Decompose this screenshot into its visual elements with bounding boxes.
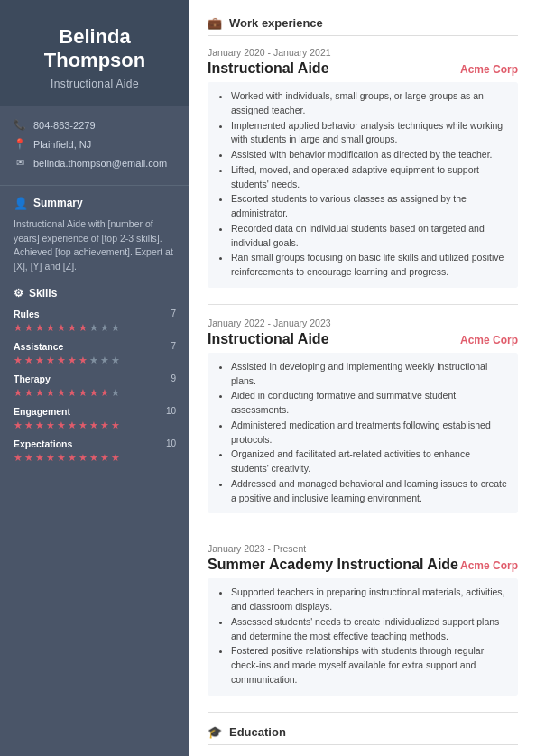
skill-name: Assistance [14, 341, 63, 352]
phone-contact: 📞 804-863-2279 [14, 119, 176, 132]
star-filled: ★ [14, 452, 23, 464]
candidate-name: Belinda Thompson [14, 25, 176, 73]
star-filled: ★ [68, 322, 77, 334]
email-contact: ✉ belinda.thompson@email.com [14, 157, 176, 170]
star-filled: ★ [57, 452, 66, 464]
main-content: 💼 Work experience January 2020 - January… [189, 0, 536, 756]
skill-item: Assistance 7 ★★★★★★★★★★ [14, 341, 176, 366]
star-filled: ★ [79, 452, 88, 464]
job-details: Assisted in developing and implementing … [208, 353, 518, 514]
location-contact: 📍 Plainfield, NJ [14, 138, 176, 151]
bullet-item: Assessed students' needs to create indiv… [231, 615, 509, 644]
star-filled: ★ [35, 355, 44, 366]
star-filled: ★ [79, 322, 88, 334]
location-text: Plainfield, NJ [33, 139, 91, 150]
star-filled: ★ [68, 387, 77, 399]
bullet-item: Addressed and managed behavioral and lea… [231, 477, 509, 506]
star-filled: ★ [46, 452, 55, 464]
person-icon: 👤 [14, 197, 28, 210]
skill-stars: ★★★★★★★★★★ [14, 387, 176, 399]
star-filled: ★ [100, 419, 109, 431]
summary-section: 👤 Summary Instructional Aide with [numbe… [0, 186, 189, 280]
job-date: January 2020 - January 2021 [208, 47, 518, 58]
skill-item: Therapy 9 ★★★★★★★★★★ [14, 373, 176, 399]
bullet-item: Implemented applied behavior analysis te… [231, 119, 509, 148]
star-filled: ★ [46, 387, 55, 399]
job-date: January 2022 - January 2023 [208, 318, 518, 328]
skill-name: Expectations [14, 438, 72, 449]
star-filled: ★ [79, 419, 88, 431]
bullet-item: Organized and facilitated art-related ac… [231, 447, 509, 476]
skill-name: Engagement [14, 406, 70, 417]
star-filled: ★ [24, 387, 33, 399]
skill-name: Therapy [14, 373, 51, 384]
star-filled: ★ [14, 419, 23, 431]
star-filled: ★ [35, 387, 44, 399]
star-filled: ★ [24, 355, 33, 366]
star-filled: ★ [46, 322, 55, 334]
star-filled: ★ [89, 419, 98, 431]
star-empty: ★ [89, 355, 98, 366]
star-filled: ★ [35, 452, 44, 464]
skill-stars: ★★★★★★★★★★ [14, 322, 176, 334]
job-company: Acme Corp [460, 334, 518, 346]
briefcase-icon: 💼 [208, 16, 222, 30]
job-bullets: Worked with individuals, small groups, o… [220, 89, 509, 280]
job-title: Instructional Aide [208, 331, 329, 347]
skill-item: Expectations 10 ★★★★★★★★★★ [14, 438, 176, 464]
skill-stars: ★★★★★★★★★★ [14, 355, 176, 366]
bullet-item: Aided in conducting formative and summat… [231, 389, 509, 418]
work-experience-header: 💼 Work experience [208, 16, 518, 36]
skills-heading: ⚙ Skills [14, 287, 176, 300]
summary-heading: 👤 Summary [14, 197, 176, 210]
star-empty: ★ [100, 322, 109, 334]
star-empty: ★ [111, 322, 120, 334]
work-experience-title: Work experience [229, 16, 323, 30]
star-filled: ★ [24, 322, 33, 334]
skills-section: ⚙ Skills Rules 7 ★★★★★★★★★★ Assistance 7… [0, 280, 189, 476]
skill-item: Rules 7 ★★★★★★★★★★ [14, 309, 176, 334]
bullet-item: Worked with individuals, small groups, o… [231, 89, 509, 118]
job-company: Acme Corp [460, 63, 518, 76]
skill-score: 7 [171, 341, 176, 351]
job-entry: January 2022 - January 2023 Instructiona… [208, 318, 518, 514]
star-empty: ★ [111, 355, 120, 366]
star-filled: ★ [111, 452, 120, 464]
star-filled: ★ [68, 355, 77, 366]
star-filled: ★ [57, 387, 66, 399]
sidebar: Belinda Thompson Instructional Aide 📞 80… [0, 0, 189, 756]
job-bullets: Supported teachers in preparing instruct… [220, 585, 509, 687]
email-text: belinda.thompson@email.com [33, 158, 167, 169]
phone-number: 804-863-2279 [33, 120, 96, 131]
star-filled: ★ [100, 387, 109, 399]
star-empty: ★ [111, 387, 120, 399]
job-details: Worked with individuals, small groups, o… [208, 82, 518, 288]
star-filled: ★ [14, 387, 23, 399]
job-date: January 2023 - Present [208, 543, 518, 554]
star-filled: ★ [79, 387, 88, 399]
star-filled: ★ [24, 419, 33, 431]
job-divider [208, 530, 518, 530]
bullet-item: Assisted with behavior modification as d… [231, 148, 509, 162]
skill-score: 9 [171, 373, 176, 383]
star-filled: ★ [46, 419, 55, 431]
bullet-item: Ran small groups focusing on basic life … [231, 251, 509, 280]
summary-text: Instructional Aide with [number of years… [14, 217, 176, 274]
bullet-item: Administered medication and treatments f… [231, 419, 509, 447]
section-divider [208, 712, 518, 713]
education-title: Education [229, 725, 286, 739]
job-title-row: Instructional Aide Acme Corp [208, 60, 518, 77]
star-filled: ★ [35, 419, 44, 431]
star-empty: ★ [100, 355, 109, 366]
star-filled: ★ [111, 419, 120, 431]
job-entry: January 2020 - January 2021 Instructiona… [208, 47, 518, 288]
job-title-row: Instructional Aide Acme Corp [208, 331, 518, 347]
star-filled: ★ [57, 355, 66, 366]
candidate-title: Instructional Aide [14, 78, 176, 90]
contact-section: 📞 804-863-2279 📍 Plainfield, NJ ✉ belind… [0, 106, 189, 186]
star-filled: ★ [68, 452, 77, 464]
star-filled: ★ [79, 355, 88, 366]
job-entry: January 2023 - Present Summer Academy In… [208, 543, 518, 695]
sidebar-header: Belinda Thompson Instructional Aide [0, 0, 189, 106]
bullet-item: Assisted in developing and implementing … [231, 360, 509, 389]
